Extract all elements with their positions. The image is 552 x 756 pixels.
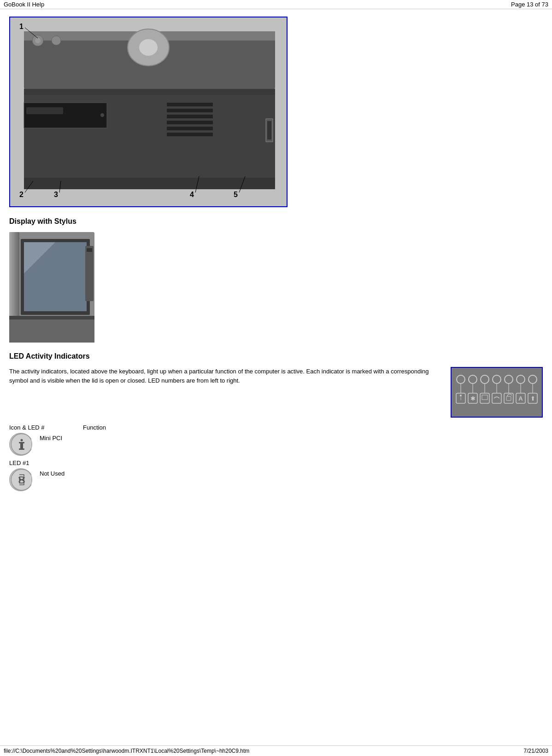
led-function-2: Not Used <box>40 468 65 477</box>
footer-path: file://C:\Documents%20and%20Settings\har… <box>4 748 249 754</box>
svg-rect-38 <box>9 316 94 320</box>
svg-rect-73 <box>19 442 24 443</box>
led-function-label-1: Mini PCI <box>40 435 62 442</box>
svg-point-12 <box>100 113 104 117</box>
led-heading: LED Activity Indicators <box>9 352 543 361</box>
svg-rect-18 <box>167 133 213 136</box>
svg-rect-74 <box>19 448 24 450</box>
display-image-wrapper <box>9 232 543 344</box>
svg-rect-39 <box>85 246 94 301</box>
led-section: LED Activity Indicators The activity ind… <box>9 352 543 491</box>
svg-text:⬆: ⬆ <box>530 395 535 402</box>
svg-rect-17 <box>167 127 213 130</box>
led-description-area: The activity indicators, located above t… <box>9 367 543 418</box>
footer-date: 7/21/2003 <box>524 748 548 754</box>
svg-text:✱: ✱ <box>470 395 476 402</box>
footer-bar: file://C:\Documents%20and%20Settings\har… <box>0 745 552 756</box>
table-col1-header: Icon & LED # <box>9 424 83 431</box>
svg-rect-72 <box>20 442 23 449</box>
led-indicators-image: i ✱ <box>451 367 543 418</box>
laptop-image-container: 1 2 3 4 5 <box>9 17 288 207</box>
svg-rect-16 <box>167 121 213 124</box>
svg-point-7 <box>52 36 61 45</box>
svg-rect-20 <box>267 121 271 140</box>
header-bar: GoBook II Help Page 13 of 73 <box>0 0 552 9</box>
app-title: GoBook II Help <box>4 1 44 8</box>
led-description: The activity indicators, located above t… <box>9 367 441 418</box>
led-image-svg: i ✱ <box>451 368 543 417</box>
svg-text:3: 3 <box>54 191 58 198</box>
display-section: Display with Stylus <box>9 217 543 344</box>
display-heading: Display with Stylus <box>9 217 543 226</box>
svg-text:i: i <box>460 396 461 401</box>
led-function-label-2: Not Used <box>40 470 65 477</box>
svg-text:2: 2 <box>19 191 23 198</box>
svg-point-4 <box>139 39 158 56</box>
page-info: Page 13 of 73 <box>511 1 548 8</box>
led-icon-2: B <box>9 468 32 491</box>
svg-rect-13 <box>167 103 213 106</box>
led-function-1: Mini PCI <box>40 433 62 442</box>
led-number-1: LED #1 <box>9 459 543 466</box>
main-content: 1 2 3 4 5 Display with Stylus <box>0 9 552 502</box>
icon-function-table: Icon & LED # Function <box>9 424 543 491</box>
svg-rect-37 <box>9 316 94 343</box>
svg-rect-8 <box>24 89 275 95</box>
svg-point-6 <box>35 38 41 43</box>
led-icon-1 <box>9 433 32 456</box>
svg-rect-11 <box>26 107 63 114</box>
svg-text:1: 1 <box>19 23 23 30</box>
svg-rect-10 <box>24 103 107 128</box>
svg-point-71 <box>21 439 23 442</box>
svg-rect-40 <box>87 248 92 252</box>
table-col2-header: Function <box>83 424 106 431</box>
svg-text:4: 4 <box>190 191 194 198</box>
svg-rect-15 <box>167 115 213 118</box>
display-stylus-image <box>9 232 94 343</box>
svg-text:A: A <box>518 395 523 402</box>
svg-rect-21 <box>24 178 275 189</box>
led-entry-1: Mini PCI <box>9 433 543 456</box>
led-entry-2: B Not Used <box>9 468 543 491</box>
table-header-row: Icon & LED # Function <box>9 424 543 431</box>
laptop-side-image: 1 2 3 4 5 <box>10 17 287 206</box>
svg-rect-14 <box>167 109 213 112</box>
svg-text:5: 5 <box>234 191 238 198</box>
svg-point-58 <box>460 395 462 396</box>
